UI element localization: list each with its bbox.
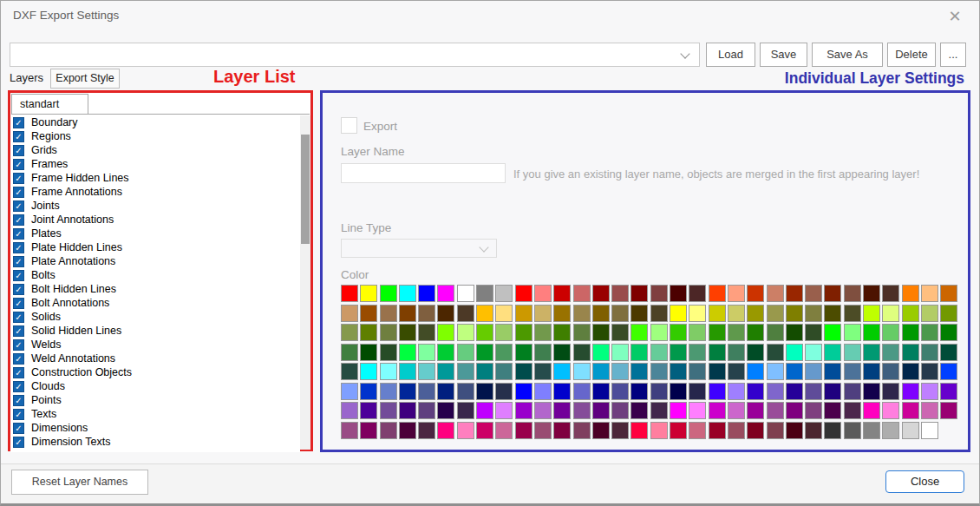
color-swatch[interactable] bbox=[553, 402, 571, 419]
color-swatch[interactable] bbox=[650, 285, 668, 302]
color-swatch[interactable] bbox=[611, 363, 629, 380]
color-swatch[interactable] bbox=[341, 422, 358, 439]
color-swatch[interactable] bbox=[592, 363, 610, 380]
color-swatch[interactable] bbox=[380, 422, 397, 439]
layer-name-input[interactable] bbox=[341, 163, 506, 183]
color-swatch[interactable] bbox=[882, 305, 899, 322]
color-swatch[interactable] bbox=[709, 383, 726, 400]
color-swatch[interactable] bbox=[534, 422, 552, 439]
color-swatch[interactable] bbox=[863, 363, 880, 380]
layer-list-item[interactable]: Bolt Hidden Lines bbox=[10, 282, 300, 296]
color-swatch[interactable] bbox=[399, 363, 416, 380]
color-swatch[interactable] bbox=[360, 285, 377, 302]
color-swatch[interactable] bbox=[670, 422, 687, 439]
layer-checkbox[interactable] bbox=[13, 381, 24, 392]
layer-checkbox[interactable] bbox=[13, 437, 24, 448]
scrollbar-thumb[interactable] bbox=[301, 135, 310, 244]
color-swatch[interactable] bbox=[573, 305, 591, 322]
color-swatch[interactable] bbox=[360, 383, 377, 400]
color-swatch[interactable] bbox=[670, 402, 687, 419]
color-swatch[interactable] bbox=[476, 422, 493, 439]
color-swatch[interactable] bbox=[360, 422, 377, 439]
color-swatch[interactable] bbox=[476, 402, 493, 419]
color-swatch[interactable] bbox=[747, 422, 764, 439]
color-swatch[interactable] bbox=[670, 344, 687, 361]
layer-checkbox[interactable] bbox=[13, 423, 24, 434]
color-swatch[interactable] bbox=[921, 305, 938, 322]
layer-checkbox[interactable] bbox=[13, 145, 24, 156]
layer-checkbox[interactable] bbox=[13, 395, 24, 406]
layer-list-item[interactable]: Frame Annotations bbox=[10, 185, 300, 199]
color-swatch[interactable] bbox=[418, 305, 435, 322]
color-swatch[interactable] bbox=[495, 383, 513, 400]
color-swatch[interactable] bbox=[824, 305, 841, 322]
tab-export-style[interactable]: Export Style bbox=[50, 69, 120, 89]
color-swatch[interactable] bbox=[767, 344, 784, 361]
color-swatch[interactable] bbox=[767, 402, 784, 419]
color-swatch[interactable] bbox=[534, 344, 552, 361]
color-swatch[interactable] bbox=[747, 363, 764, 380]
color-swatch[interactable] bbox=[630, 402, 648, 419]
color-swatch[interactable] bbox=[844, 383, 861, 400]
color-swatch[interactable] bbox=[824, 383, 841, 400]
color-swatch[interactable] bbox=[921, 344, 938, 361]
layer-list-item[interactable]: Construction Objects bbox=[10, 365, 300, 379]
color-swatch[interactable] bbox=[360, 305, 377, 322]
color-swatch[interactable] bbox=[689, 344, 706, 361]
color-swatch[interactable] bbox=[534, 305, 552, 322]
color-swatch[interactable] bbox=[611, 305, 629, 322]
color-swatch[interactable] bbox=[360, 344, 377, 361]
color-swatch[interactable] bbox=[515, 363, 532, 380]
color-swatch[interactable] bbox=[437, 383, 454, 400]
color-swatch[interactable] bbox=[650, 383, 668, 400]
color-swatch[interactable] bbox=[457, 324, 474, 341]
color-swatch[interactable] bbox=[515, 324, 532, 341]
color-swatch[interactable] bbox=[882, 285, 899, 302]
color-swatch[interactable] bbox=[611, 422, 629, 439]
color-swatch[interactable] bbox=[360, 363, 377, 380]
color-swatch[interactable] bbox=[940, 363, 957, 380]
color-swatch[interactable] bbox=[940, 285, 957, 302]
color-swatch[interactable] bbox=[399, 305, 416, 322]
color-swatch[interactable] bbox=[630, 305, 648, 322]
color-swatch[interactable] bbox=[902, 363, 919, 380]
color-swatch[interactable] bbox=[457, 383, 474, 400]
color-swatch[interactable] bbox=[341, 402, 358, 419]
color-swatch[interactable] bbox=[380, 344, 397, 361]
layer-checkbox[interactable] bbox=[13, 353, 24, 365]
color-swatch[interactable] bbox=[844, 363, 861, 380]
color-swatch[interactable] bbox=[728, 422, 745, 439]
color-swatch[interactable] bbox=[689, 285, 706, 302]
layer-list-item[interactable]: Plate Annotations bbox=[10, 254, 300, 268]
layer-list-item[interactable]: Joint Annotations bbox=[10, 213, 300, 227]
color-swatch[interactable] bbox=[786, 344, 803, 361]
color-swatch[interactable] bbox=[457, 344, 474, 361]
layer-list-item[interactable]: Clouds bbox=[10, 379, 300, 393]
color-swatch[interactable] bbox=[902, 324, 919, 341]
color-swatch[interactable] bbox=[650, 402, 668, 419]
close-icon[interactable]: ✕ bbox=[943, 4, 967, 29]
color-swatch[interactable] bbox=[670, 305, 687, 322]
color-swatch[interactable] bbox=[650, 363, 668, 380]
color-swatch[interactable] bbox=[573, 324, 591, 341]
color-swatch[interactable] bbox=[882, 383, 899, 400]
color-swatch[interactable] bbox=[844, 285, 861, 302]
save-button[interactable]: Save bbox=[760, 43, 807, 67]
color-swatch[interactable] bbox=[921, 324, 938, 341]
color-swatch[interactable] bbox=[747, 285, 764, 302]
layer-list-item[interactable]: Texts bbox=[10, 407, 300, 421]
color-swatch[interactable] bbox=[650, 422, 668, 439]
color-swatch[interactable] bbox=[611, 285, 629, 302]
color-swatch[interactable] bbox=[786, 324, 803, 341]
color-swatch[interactable] bbox=[341, 344, 358, 361]
color-swatch[interactable] bbox=[767, 324, 784, 341]
color-swatch[interactable] bbox=[940, 344, 957, 361]
layer-checkbox[interactable] bbox=[13, 339, 24, 351]
color-swatch[interactable] bbox=[534, 383, 552, 400]
color-swatch[interactable] bbox=[902, 422, 919, 439]
color-swatch[interactable] bbox=[670, 363, 687, 380]
color-swatch[interactable] bbox=[573, 285, 591, 302]
color-swatch[interactable] bbox=[630, 363, 648, 380]
color-swatch[interactable] bbox=[399, 402, 416, 419]
color-swatch[interactable] bbox=[611, 324, 629, 341]
